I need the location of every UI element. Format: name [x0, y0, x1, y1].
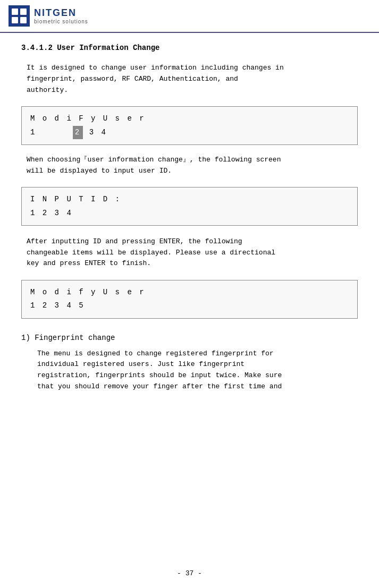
screen2-row1: I N P U T I D :	[30, 193, 349, 206]
intro-line2: fingerprint, password, RF CARD, Authenti…	[27, 74, 358, 85]
screen1-num1: 1	[30, 128, 36, 137]
logo-name: NITGEN	[34, 7, 88, 19]
section-title: 3.4.1.2 User Information Change	[21, 44, 358, 52]
after-line1: After inputting ID and pressing ENTER, t…	[27, 236, 358, 248]
after-line3: key and press ENTER to finish.	[27, 258, 358, 269]
fp-line2: individual registered users. Just like f…	[37, 359, 358, 370]
middle-text: When choosing『user information change』, …	[21, 155, 358, 177]
svg-rect-4	[20, 17, 27, 23]
intro-line3: authority.	[27, 85, 358, 96]
screen-box-2: I N P U T I D : 1 2 3 4	[21, 187, 358, 225]
logo: NITGEN biometric solutions	[9, 5, 88, 27]
logo-tagline: biometric solutions	[34, 19, 88, 24]
fp-line3: registration, fingerprints should be inp…	[37, 370, 358, 381]
screen-box-1: M o d i F y U s e r 1 2 3 4	[21, 106, 358, 144]
screen3-row2: 1 2 3 4 5	[30, 299, 349, 312]
intro-line1: It is designed to change user informatio…	[27, 63, 358, 74]
after-text: After inputting ID and pressing ENTER, t…	[21, 236, 358, 269]
page-footer: - 37 -	[0, 569, 379, 577]
main-content: 3.4.1.2 User Information Change It is de…	[0, 33, 379, 414]
screen1-num3-4: 3 4	[89, 128, 107, 137]
svg-rect-2	[20, 8, 27, 15]
page-header: NITGEN biometric solutions	[0, 0, 379, 33]
middle-line2: will be displayed to input user ID.	[27, 166, 358, 177]
intro-text: It is designed to change user informatio…	[21, 63, 358, 96]
logo-icon	[9, 5, 30, 27]
logo-text: NITGEN biometric solutions	[34, 7, 88, 24]
svg-rect-3	[12, 17, 18, 23]
middle-line1: When choosing『user information change』, …	[27, 155, 358, 166]
fingerprint-text: The menu is designed to change registere…	[21, 348, 358, 393]
screen1-row1: M o d i F y U s e r	[30, 112, 349, 125]
page-number: - 37 -	[177, 569, 202, 577]
svg-rect-1	[12, 8, 18, 15]
fp-line4: that you should remove your finger after…	[37, 381, 358, 393]
screen2-row2: 1 2 3 4	[30, 207, 349, 220]
after-line2: changeable items will be displayed. Plea…	[27, 248, 358, 259]
screen3-row1: M o d i f y U s e r	[30, 286, 349, 299]
fp-line1: The menu is designed to change registere…	[37, 348, 358, 360]
screen-box-3: M o d i f y U s e r 1 2 3 4 5	[21, 280, 358, 318]
subsection-title: 1) Fingerprint change	[21, 334, 358, 342]
screen1-num2-highlight: 2	[73, 126, 83, 139]
screen1-row2: 1 2 3 4	[30, 126, 349, 139]
